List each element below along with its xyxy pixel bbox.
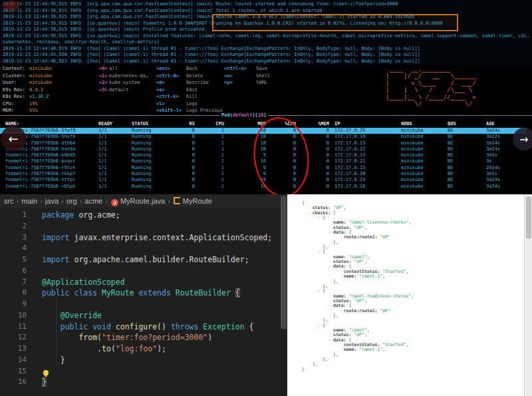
health-json-panel: { status: "UP", - checks: [ - { name: "c… — [287, 194, 532, 396]
json-scrollbar-thumb[interactable] — [526, 196, 531, 239]
shortcut-item: <e>Edit — [156, 87, 223, 94]
pod-row[interactable]: foometri-7587f769b6-5fwf91/1Running01100… — [0, 128, 527, 134]
pod-cell: 0 — [296, 171, 329, 177]
pod-row[interactable]: foometri-7587f769b6-k9b851/1Running01900… — [0, 152, 527, 158]
pod-cell: 172.17.0.15 — [329, 165, 401, 171]
pod-cell: 0 — [170, 140, 195, 146]
log-line: 2019-11-23 12:44:39,915 INFO [io.quarkus… — [3, 33, 532, 46]
pod-cell: 3m5s — [486, 152, 527, 158]
breadcrumb-item[interactable]: acme — [84, 197, 102, 205]
namespace-item: <3>default — [99, 87, 148, 94]
info-label: Context: — [3, 65, 29, 73]
pod-row[interactable]: foometri-7587f769b6-pxqxc1/1Running01100… — [0, 158, 527, 164]
code-line[interactable]: 2 — [0, 221, 279, 232]
log-line: 2019-11-23 12:44:39,915 INFO [org.apa.ca… — [3, 1, 532, 8]
pod-row[interactable]: foometri-7587f769b6-dth641/1Running01100… — [0, 140, 527, 146]
code-line[interactable]: 5import org.apache.camel.builder.RouteBu… — [0, 254, 279, 266]
json-scrollbar[interactable] — [524, 194, 532, 396]
pod-cell: Running — [132, 152, 170, 158]
code-line-text: package org.acme; — [31, 210, 120, 221]
code-line[interactable]: 13 .to("log:foo"); — [0, 343, 279, 355]
sort-arrow-icon: ↑ — [17, 121, 19, 126]
pod-cell: 10 — [224, 128, 266, 134]
hotkey-action: YAML — [256, 79, 270, 87]
pod-cell: 1 — [195, 177, 224, 183]
nav-prev-button[interactable]: ← — [1, 126, 26, 151]
code-line[interactable]: 10 @Override — [0, 310, 279, 321]
code-line[interactable]: 16} — [0, 377, 279, 388]
pod-cell: Running — [132, 158, 170, 164]
code-line-text: public class MyRoute extends RouteBuilde… — [31, 288, 240, 299]
breadcrumb-file[interactable]: MyRoute.java — [120, 197, 165, 205]
code-line[interactable]: 1package org.acme; — [0, 210, 279, 221]
column-header: QOS — [448, 121, 486, 127]
breadcrumb-separator: › — [59, 197, 66, 205]
shortcut-item: <ctrl-d>Delete — [156, 73, 223, 80]
code-area[interactable]: 1package org.acme;23import javax.enterpr… — [0, 210, 279, 388]
hotkey-action: Kill — [186, 93, 223, 100]
lightbulb-icon[interactable] — [43, 370, 49, 375]
info-value: minikube — [29, 80, 52, 85]
hotkey-action: Back — [186, 65, 223, 73]
pod-cell: BE — [448, 128, 486, 134]
editor-scrollbar[interactable] — [280, 194, 287, 396]
hotkey-action: Describe — [186, 79, 223, 87]
breadcrumb-separator: › — [165, 197, 173, 205]
code-line[interactable]: 9 — [0, 299, 279, 310]
info-value: minikube — [29, 73, 52, 79]
code-line-text: .to("log:foo"); — [31, 343, 166, 355]
namespace-hotkeys: <0>all<1>kubernetes-da…<2>kube-system<3>… — [99, 65, 148, 93]
shortcut-item: <ctrl-s>Save — [224, 65, 270, 73]
pod-cell: 1 — [195, 128, 224, 134]
line-number: 5 — [0, 254, 31, 266]
hotkey-label: <y> — [224, 79, 256, 87]
json-line: }, — [302, 353, 532, 357]
hotkey-label: <esc> — [156, 65, 186, 73]
code-line[interactable]: 15 — [0, 366, 279, 377]
pod-row[interactable]: foometri-7587f769b6-v85ph1/1Running01100… — [0, 184, 527, 190]
code-line[interactable]: 4 — [0, 243, 279, 254]
pod-cell: 3m24s — [486, 177, 527, 183]
json-line: status: "UP", — [302, 206, 532, 210]
breadcrumb-symbol[interactable]: MyRoute — [183, 197, 212, 205]
line-number: 12 — [0, 332, 31, 343]
pod-cell: 10 — [224, 146, 266, 152]
pod-row[interactable]: foometri-7587f769b6-ttfpl1/1Running01100… — [0, 177, 527, 183]
pod-cell: 1/1 — [98, 146, 132, 152]
column-header: CPU — [195, 121, 224, 127]
code-line[interactable]: 3import javax.enterprise.context.Applica… — [0, 232, 279, 244]
pod-cell: 1/1 — [98, 184, 132, 190]
line-number: 6 — [0, 266, 31, 277]
breadcrumb-item[interactable]: org — [66, 197, 77, 205]
code-line-text: import javax.enterprise.context.Applicat… — [31, 232, 272, 244]
hotkey-action: kube-system — [109, 79, 148, 87]
pod-cell: 0 — [170, 152, 195, 158]
code-line[interactable]: 6 — [0, 266, 279, 277]
pod-row[interactable]: foometri-7587f769b6-tkkp71/1Running01900… — [0, 171, 527, 177]
breadcrumb-item[interactable]: src — [4, 197, 14, 205]
breadcrumb-item[interactable]: main — [21, 197, 37, 205]
pod-cell: 1/1 — [98, 140, 132, 146]
pod-row[interactable]: foometri-7587f769b6-r9tvh1/1Running01900… — [0, 165, 527, 171]
hotkey-action: Delete — [186, 73, 223, 80]
editor-scrollbar-thumb[interactable] — [281, 196, 287, 329]
pod-cell: 1/1 — [98, 128, 132, 134]
line-number: 2 — [0, 221, 31, 232]
breadcrumb-item[interactable]: java — [45, 197, 59, 205]
pod-cell: 0 — [296, 177, 329, 183]
code-line[interactable]: 7@ApplicationScoped — [0, 277, 279, 288]
pod-cell: foometri-7587f769b6-tkkp7 — [5, 171, 98, 177]
pod-cell: minikube — [401, 146, 448, 152]
hotkey-label: <ctrl-k> — [156, 93, 186, 100]
code-line[interactable]: 8public class MyRoute extends RouteBuild… — [0, 288, 279, 299]
pod-cell: 0 — [296, 158, 329, 164]
code-line[interactable]: 12 from("timer:foo?period=3000") — [0, 332, 279, 343]
code-line[interactable]: 14 } — [0, 355, 279, 366]
pod-row[interactable]: foometri-7587f769b6-5nxfb1/1Running01100… — [0, 134, 527, 140]
column-header: NODE — [401, 121, 448, 127]
pod-row[interactable]: foometri-7587f769b6-hxn941/1Running01100… — [0, 146, 527, 152]
code-line[interactable]: 11 public void configure() throws Except… — [0, 321, 279, 333]
pod-cell: 2m54s — [486, 165, 527, 171]
nav-next-button[interactable]: → — [513, 128, 532, 150]
code-line-text: import org.apache.camel.builder.RouteBui… — [31, 254, 249, 266]
